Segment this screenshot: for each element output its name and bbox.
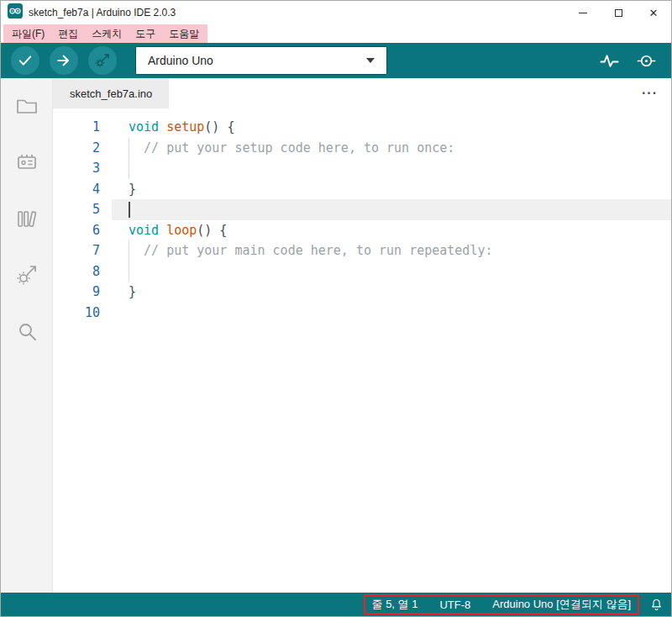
search-icon — [14, 319, 39, 344]
sidebar-item-boards-manager[interactable] — [14, 150, 39, 175]
line-number: 9 — [53, 282, 100, 303]
menu-bar: 파일(F)편집스케치도구도움말 — [1, 24, 671, 43]
main-area: sketch_feb7a.ino ··· 1void setup() {2 //… — [1, 78, 671, 593]
line-number: 10 — [53, 303, 100, 324]
minimize-button[interactable] — [565, 1, 601, 24]
serial-monitor-icon — [637, 51, 656, 71]
menu-help[interactable]: 도움말 — [162, 27, 206, 41]
menu-file[interactable]: 파일(F) — [5, 27, 51, 41]
waveform-icon — [600, 51, 619, 71]
minimize-icon — [579, 13, 587, 13]
editor-line-6[interactable]: 6void loop() { — [53, 220, 671, 241]
arrow-right-icon — [55, 52, 72, 69]
indent-guide — [129, 138, 129, 159]
tab-label: sketch_feb7a.ino — [70, 87, 152, 100]
tab-bar: sketch_feb7a.ino ··· — [53, 78, 671, 108]
status-board-status[interactable]: Arduino Uno [연결되지 않음] — [492, 597, 631, 612]
chevron-down-icon — [366, 58, 375, 63]
sidebar-item-search[interactable] — [14, 319, 39, 344]
menu-sketch[interactable]: 스케치 — [85, 27, 129, 41]
status-cursor-position[interactable]: 줄 5, 열 1 — [372, 597, 418, 612]
sidebar-item-library-manager[interactable] — [14, 206, 39, 231]
serial-monitor-button[interactable] — [636, 50, 656, 71]
menu-tools[interactable]: 도구 — [129, 27, 162, 41]
status-annotation-box: 줄 5, 열 1UTF-8Arduino Uno [연결되지 않음] — [364, 594, 639, 614]
text-cursor — [129, 202, 130, 218]
close-button[interactable]: ✕ — [636, 1, 671, 24]
editor-line-7[interactable]: 7 // put your main code here, to run rep… — [53, 240, 671, 261]
line-code: // put your setup code here, to run once… — [112, 138, 671, 159]
board-selector-value: Arduino Uno — [148, 54, 213, 67]
status-encoding[interactable]: UTF-8 — [439, 599, 470, 611]
line-code: } — [112, 282, 671, 303]
serial-plotter-button[interactable] — [599, 50, 619, 71]
board-selector[interactable]: Arduino Uno — [135, 46, 387, 75]
arduino-logo — [8, 3, 23, 22]
arduino-logo — [8, 3, 23, 18]
editor-line-2[interactable]: 2 // put your setup code here, to run on… — [53, 138, 671, 159]
editor-line-3[interactable]: 3 — [53, 158, 671, 179]
toolbar-right — [599, 50, 656, 71]
tab-overflow-button[interactable]: ··· — [642, 86, 658, 101]
editor-line-1[interactable]: 1void setup() { — [53, 117, 671, 138]
debug-icon — [14, 262, 39, 287]
window-title: sketch_feb7a | Arduino IDE 2.0.3 — [29, 7, 176, 18]
sidebar-item-sketchbook[interactable] — [14, 93, 39, 119]
line-code: void loop() { — [112, 220, 671, 241]
line-code — [112, 261, 671, 282]
line-code — [112, 158, 671, 179]
line-number: 2 — [53, 138, 100, 159]
folder-icon — [14, 93, 39, 119]
line-number: 3 — [53, 158, 100, 179]
menu-edit[interactable]: 편집 — [51, 27, 85, 41]
check-icon — [17, 52, 34, 69]
verify-button[interactable] — [11, 46, 39, 75]
editor-line-9[interactable]: 9} — [53, 282, 671, 303]
notification-bell-button[interactable] — [648, 596, 664, 613]
title-bar: sketch_feb7a | Arduino IDE 2.0.3 ✕ — [1, 1, 671, 24]
line-number: 7 — [53, 240, 100, 261]
editor-line-8[interactable]: 8 — [53, 261, 671, 282]
indent-guide — [129, 261, 129, 282]
menu-highlight: 파일(F)편집스케치도구도움말 — [3, 24, 207, 43]
debug-button[interactable] — [88, 46, 117, 75]
indent-guide — [129, 240, 129, 261]
line-number: 1 — [53, 117, 100, 138]
indent-guide — [129, 158, 129, 179]
debug-arrow-icon — [94, 52, 111, 69]
line-number: 5 — [53, 199, 100, 220]
toolbar: Arduino Uno — [1, 43, 671, 78]
code-editor[interactable]: 1void setup() {2 // put your setup code … — [53, 108, 671, 593]
status-bar: 줄 5, 열 1UTF-8Arduino Uno [연결되지 않음] — [1, 593, 671, 616]
library-icon — [14, 206, 39, 231]
tab-sketch-feb7a[interactable]: sketch_feb7a.ino — [53, 78, 169, 108]
bell-icon — [649, 598, 664, 612]
arduino-ide-window: sketch_feb7a | Arduino IDE 2.0.3 ✕ 파일(F)… — [0, 0, 672, 617]
line-code: // put your main code here, to run repea… — [112, 240, 671, 261]
maximize-icon — [615, 9, 622, 17]
line-code: void setup() { — [112, 117, 671, 138]
editor-pane: sketch_feb7a.ino ··· 1void setup() {2 //… — [53, 78, 671, 593]
line-number: 6 — [53, 220, 100, 241]
maximize-button[interactable] — [601, 1, 636, 24]
editor-line-5[interactable]: 5 — [53, 199, 671, 220]
line-code — [112, 303, 671, 324]
editor-line-10[interactable]: 10 — [53, 303, 671, 324]
editor-line-4[interactable]: 4} — [53, 179, 671, 200]
line-code: } — [112, 179, 671, 200]
line-number: 8 — [53, 261, 100, 282]
window-controls: ✕ — [565, 1, 671, 24]
line-number: 4 — [53, 179, 100, 200]
sidebar-item-debug[interactable] — [14, 262, 39, 287]
board-icon — [14, 150, 39, 175]
line-code — [112, 199, 671, 220]
upload-button[interactable] — [50, 46, 78, 75]
activity-sidebar — [1, 78, 53, 593]
